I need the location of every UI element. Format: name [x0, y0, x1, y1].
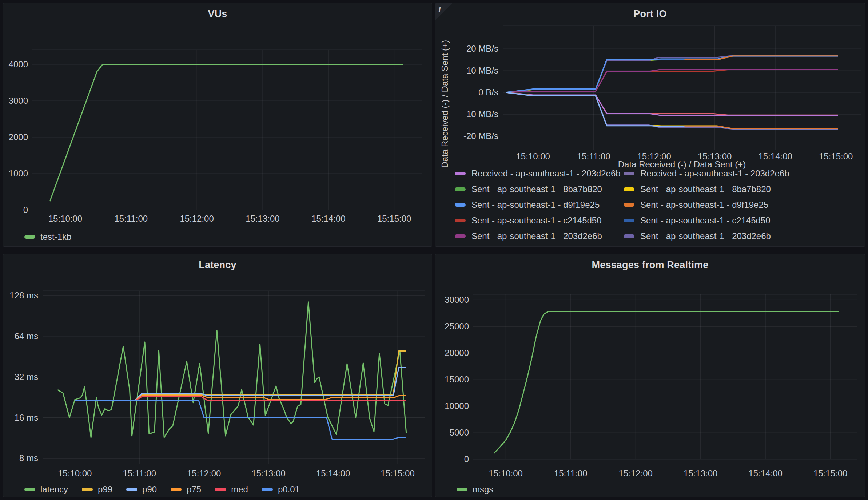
legend-item[interactable]: p75 [171, 484, 201, 495]
legend-series-label: p0.01 [278, 484, 300, 495]
y-tick-label: 1000 [9, 168, 28, 178]
x-tick-label: 15:13:00 [246, 214, 279, 223]
y-tick-label: 15000 [445, 374, 469, 384]
legend-item[interactable]: msgs [457, 484, 493, 495]
x-tick-label: 15:15:00 [381, 468, 414, 478]
series-line-p99 [135, 351, 406, 400]
legend-item[interactable]: p99 [82, 484, 112, 495]
legend-row: Received - ap-southeast-1 - 203d2e6bRece… [435, 169, 862, 181]
series-line-msgs [494, 311, 839, 453]
y-tick-label: 25000 [445, 321, 469, 331]
x-tick-label: 15:12:00 [618, 468, 652, 478]
realtime-legend: msgs [457, 484, 493, 495]
legend-series-label: p90 [142, 484, 157, 495]
series-line-sent-blue [506, 56, 838, 93]
legend-row: Sent - ap-southeast-1 - 8ba7b820Sent - a… [435, 181, 862, 197]
y-tick-label: 30000 [445, 295, 469, 305]
legend-item[interactable]: Sent - ap-southeast-1 - d9f19e25 [455, 200, 624, 210]
y-tick-label: 2000 [9, 132, 28, 142]
panel-latency: Latency 8 ms16 ms32 ms64 ms128 ms15:10:0… [3, 254, 432, 497]
legend-series-color-chip [455, 187, 466, 191]
legend-series-label: test-1kb [40, 232, 71, 242]
legend-row: Sent - ap-southeast-1 - d9f19e25Sent - a… [435, 197, 862, 213]
legend-series-color-chip [624, 234, 634, 238]
series-line-test-1kb [50, 64, 403, 201]
legend-row: Sent - ap-southeast-1 - c2145d50Sent - a… [435, 213, 862, 228]
legend-item[interactable]: test-1kb [24, 232, 71, 242]
portio-x-axis-label: Data Received (-) / Data Sent (+) [503, 159, 861, 170]
legend-series-color-chip [624, 219, 634, 222]
legend-series-label: med [231, 484, 248, 495]
x-tick-label: 15:10:00 [489, 468, 523, 478]
y-tick-label: 0 B/s [478, 87, 498, 97]
legend-item[interactable]: p0.01 [262, 484, 300, 495]
legend-series-label: Sent - ap-southeast-1 - 8ba7b820 [471, 184, 602, 194]
legend-series-color-chip [82, 488, 93, 491]
y-tick-label: -10 MB/s [463, 109, 498, 119]
panel-vus: VUs 0100020003000400015:10:0015:11:0015:… [3, 3, 432, 247]
y-tick-label: 10 MB/s [466, 66, 498, 75]
legend-row: Sent - ap-southeast-1 - 203d2e6bSent - a… [435, 228, 862, 244]
latency-chart: 8 ms16 ms32 ms64 ms128 ms15:10:0015:11:0… [3, 254, 432, 497]
x-tick-label: 15:14:00 [748, 468, 782, 478]
legend-series-color-chip [624, 172, 634, 175]
y-tick-label: 5000 [450, 428, 469, 437]
x-tick-label: 15:10:00 [48, 214, 82, 223]
y-tick-label: 32 ms [15, 372, 38, 382]
y-tick-label: 10000 [445, 401, 469, 411]
portio-y-axis-label: Data Received (-) / Data Sent (+) [440, 40, 450, 168]
legend-series-color-chip [624, 187, 634, 191]
series-line-recv-violet [506, 92, 838, 129]
vus-legend: test-1kb [24, 231, 71, 243]
legend-item[interactable]: Sent - ap-southeast-1 - d9f19e25 [624, 200, 768, 210]
legend-item[interactable]: Sent - ap-southeast-1 - 8ba7b820 [624, 184, 771, 194]
y-tick-label: 4000 [9, 59, 28, 69]
legend-series-color-chip [455, 172, 466, 175]
latency-legend: latencyp99p90p75medp0.01 [24, 484, 300, 495]
y-tick-label: 16 ms [15, 413, 38, 422]
grafana-dashboard: { "colors": { "page_bg": "#111217", "pan… [0, 0, 868, 500]
x-tick-label: 15:14:00 [311, 214, 345, 223]
legend-series-label: Received - ap-southeast-1 - 203d2e6b [471, 169, 621, 179]
legend-series-label: Received - ap-southeast-1 - 203d2e6b [640, 169, 789, 179]
vus-chart: 0100020003000400015:10:0015:11:0015:12:0… [3, 3, 432, 247]
y-tick-label: 20000 [445, 348, 469, 358]
legend-item[interactable]: med [215, 484, 248, 495]
legend-series-color-chip [455, 234, 466, 238]
realtime-chart: 05000100001500020000250003000015:10:0015… [435, 254, 865, 497]
y-tick-label: 64 ms [15, 331, 38, 341]
y-tick-label: 20 MB/s [466, 44, 498, 53]
legend-item[interactable]: Sent - ap-southeast-1 - c2145d50 [455, 215, 624, 226]
legend-series-color-chip [171, 488, 182, 491]
legend-item[interactable]: Sent - ap-southeast-1 - 203d2e6b [455, 231, 624, 241]
legend-item[interactable]: Sent - ap-southeast-1 - 203d2e6b [624, 231, 771, 241]
legend-item[interactable]: Sent - ap-southeast-1 - 8ba7b820 [455, 184, 624, 194]
legend-series-label: Sent - ap-southeast-1 - 203d2e6b [640, 231, 771, 241]
legend-item[interactable]: latency [24, 484, 68, 495]
legend-item[interactable]: Sent - ap-southeast-1 - c2145d50 [624, 215, 771, 226]
legend-series-color-chip [215, 488, 226, 491]
x-tick-label: 15:13:00 [684, 468, 717, 478]
legend-item[interactable]: Received - ap-southeast-1 - 203d2e6b [455, 169, 624, 179]
y-tick-label: 0 [464, 454, 469, 464]
y-tick-label: 3000 [9, 96, 28, 106]
x-tick-label: 15:13:00 [251, 468, 285, 478]
y-tick-label: 128 ms [9, 290, 38, 300]
legend-series-label: Sent - ap-southeast-1 - d9f19e25 [640, 200, 768, 210]
x-tick-label: 15:12:00 [187, 468, 221, 478]
legend-series-label: p75 [187, 484, 201, 495]
legend-series-label: Sent - ap-southeast-1 - d9f19e25 [471, 200, 600, 210]
legend-series-color-chip [262, 488, 273, 491]
legend-series-color-chip [457, 488, 467, 491]
y-tick-label: 0 [23, 205, 28, 215]
portio-y-axis-label-wrap: Data Received (-) / Data Sent (+) [440, 3, 452, 168]
legend-item[interactable]: Received - ap-southeast-1 - 203d2e6b [624, 169, 789, 179]
x-tick-label: 15:11:00 [123, 468, 156, 478]
y-tick-label: 8 ms [19, 453, 38, 463]
legend-series-color-chip [455, 219, 466, 222]
legend-item[interactable]: p90 [126, 484, 157, 495]
legend-series-color-chip [24, 488, 35, 491]
legend-series-label: latency [40, 484, 68, 495]
series-line-sent-yellow [506, 56, 838, 92]
legend-series-color-chip [455, 203, 466, 207]
